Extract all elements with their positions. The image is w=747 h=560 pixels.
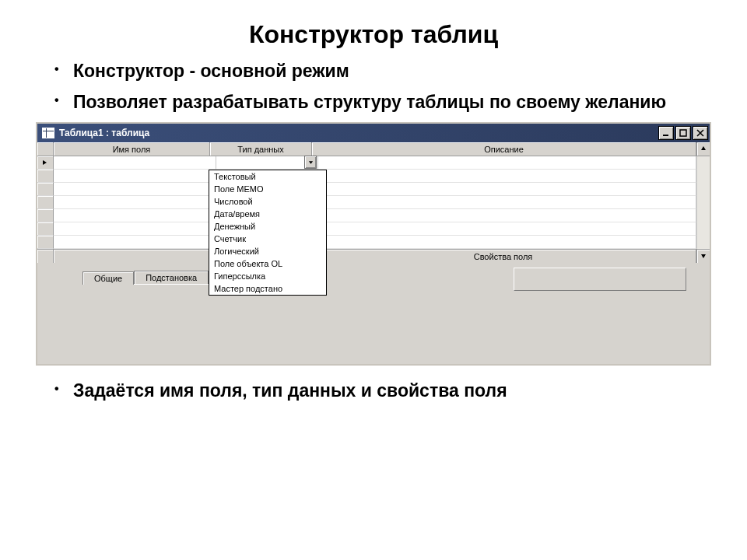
column-header-description[interactable]: Описание xyxy=(312,142,696,156)
grid-row[interactable] xyxy=(37,156,710,170)
row-selector[interactable] xyxy=(37,209,54,222)
dropdown-option[interactable]: Логический xyxy=(209,245,326,257)
scrollbar-vertical[interactable] xyxy=(696,183,710,196)
table-icon xyxy=(42,128,54,138)
grid-row[interactable] xyxy=(37,170,710,183)
combo-dropdown-button[interactable] xyxy=(304,156,317,169)
scrollbar-vertical[interactable] xyxy=(696,236,710,249)
slide: Конструктор таблиц Конструктор - основно… xyxy=(0,0,747,560)
svg-rect-1 xyxy=(680,130,686,136)
scroll-down-button[interactable] xyxy=(696,249,710,263)
grid-header-row: Имя поля Тип данных Описание xyxy=(37,142,710,156)
scrollbar-vertical[interactable] xyxy=(696,222,710,236)
cell-field-name[interactable] xyxy=(54,222,216,236)
bullet-list-top: Конструктор - основной режим Позволяет р… xyxy=(54,60,716,114)
scrollbar-vertical[interactable] xyxy=(696,209,710,222)
cell-field-name[interactable] xyxy=(54,236,216,249)
titlebar-caption-area: Таблица1 : таблица xyxy=(42,128,149,138)
cell-description[interactable] xyxy=(318,183,696,196)
designer-grid: Имя поля Тип данных Описание xyxy=(37,142,710,263)
maximize-button[interactable] xyxy=(675,126,691,140)
row-selector[interactable] xyxy=(37,183,54,196)
bullet-item: Конструктор - основной режим xyxy=(54,60,716,83)
row-selector-header[interactable] xyxy=(37,142,54,156)
dropdown-option[interactable]: Поле MEMO xyxy=(209,183,326,195)
dropdown-option[interactable]: Счетчик xyxy=(209,233,326,245)
minimize-button[interactable] xyxy=(658,126,674,140)
dropdown-option[interactable]: Дата/время xyxy=(209,208,326,220)
bullet-item: Позволяет разрабатывать структуру таблиц… xyxy=(54,91,716,114)
property-hint-box xyxy=(514,268,686,291)
field-properties-panel: Общие Подстановка xyxy=(37,263,710,364)
window-control-buttons xyxy=(658,126,708,140)
row-selector[interactable] xyxy=(37,196,54,209)
cell-description[interactable] xyxy=(318,209,696,222)
slide-title: Конструктор таблиц xyxy=(31,20,716,49)
grid-row[interactable] xyxy=(37,209,710,222)
tab-general[interactable]: Общие xyxy=(82,271,134,285)
field-properties-header: Свойства поля xyxy=(37,249,710,263)
cell-description[interactable] xyxy=(318,222,696,236)
svg-rect-0 xyxy=(663,135,668,136)
grid-row[interactable] xyxy=(37,236,710,249)
dropdown-option[interactable]: Числовой xyxy=(209,195,326,208)
close-button[interactable] xyxy=(693,126,708,140)
data-type-combobox[interactable] xyxy=(216,156,317,169)
cell-field-name[interactable] xyxy=(54,170,216,183)
bullet-list-bottom: Задаётся имя поля, тип данных и свойства… xyxy=(54,380,716,403)
field-properties-label: Свойства поля xyxy=(310,249,696,263)
table-designer-window: Таблица1 : таблица Имя поля Тип данных О xyxy=(36,122,711,366)
dropdown-option[interactable]: Поле объекта OL xyxy=(209,257,326,270)
dropdown-option[interactable]: Мастер подстано xyxy=(209,282,326,295)
column-header-data-type[interactable]: Тип данных xyxy=(210,142,312,156)
row-selector-current[interactable] xyxy=(37,156,54,170)
row-selector[interactable] xyxy=(37,236,54,249)
cell-description[interactable] xyxy=(318,236,696,249)
row-selector[interactable] xyxy=(37,249,54,263)
window-titlebar[interactable]: Таблица1 : таблица xyxy=(37,124,710,142)
grid-row[interactable] xyxy=(37,183,710,196)
cell-field-name[interactable] xyxy=(54,156,216,170)
cell-field-name[interactable] xyxy=(54,209,216,222)
scroll-up-button[interactable] xyxy=(696,142,710,156)
window-caption: Таблица1 : таблица xyxy=(59,128,149,138)
row-selector[interactable] xyxy=(37,170,54,183)
grid-body: Текстовый Поле MEMO Числовой Дата/время … xyxy=(37,156,710,249)
grid-row[interactable] xyxy=(37,196,710,209)
scrollbar-vertical[interactable] xyxy=(696,196,710,209)
dropdown-option[interactable]: Гиперссылка xyxy=(209,270,326,282)
column-header-field-name[interactable]: Имя поля xyxy=(54,142,210,156)
row-selector[interactable] xyxy=(37,222,54,236)
scrollbar-vertical[interactable] xyxy=(696,156,710,170)
cell-field-name[interactable] xyxy=(54,196,216,209)
bullet-item: Задаётся имя поля, тип данных и свойства… xyxy=(54,380,716,403)
cell-description[interactable] xyxy=(318,170,696,183)
dropdown-option[interactable]: Текстовый xyxy=(209,170,326,183)
grid-row[interactable] xyxy=(37,222,710,236)
cell-description[interactable] xyxy=(318,196,696,209)
scrollbar-vertical[interactable] xyxy=(696,170,710,183)
dropdown-option[interactable]: Денежный xyxy=(209,220,326,233)
cell-data-type[interactable] xyxy=(216,156,318,170)
cell-description[interactable] xyxy=(318,156,696,170)
cell-field-name[interactable] xyxy=(54,183,216,196)
tab-lookup[interactable]: Подстановка xyxy=(134,271,209,284)
data-type-dropdown-list[interactable]: Текстовый Поле MEMO Числовой Дата/время … xyxy=(209,170,327,296)
